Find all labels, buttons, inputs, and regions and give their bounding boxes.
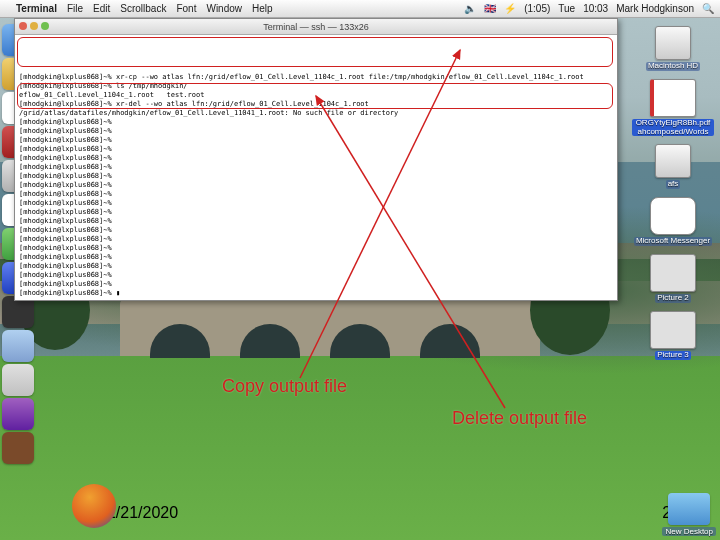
terminal-line: [mhodgkin@lxplus068]~% (19, 208, 613, 217)
terminal-line: [mhodgkin@lxplus068]~% xr-del --wo atlas… (19, 100, 613, 109)
battery-label: (1:05) (524, 3, 550, 14)
pdf-icon (650, 79, 696, 117)
terminal-line: [mhodgkin@lxplus068]~% (19, 163, 613, 172)
desktop-icon-label: Macintosh HD (646, 62, 700, 71)
menu-window[interactable]: Window (206, 3, 242, 14)
desktop-icon-label: ORGYtyElgR8Bh.pdf ahcomposed/Words (632, 119, 714, 137)
terminal-line: [mhodgkin@lxplus068]~% xr-cp --wo atlas … (19, 73, 613, 82)
terminal-line: [mhodgkin@lxplus068]~% (19, 172, 613, 181)
terminal-line: [mhodgkin@lxplus068]~% (19, 271, 613, 280)
messenger-icon (650, 197, 696, 235)
desktop-picture-icon[interactable]: Picture 3 (632, 311, 714, 360)
terminal-line: [mhodgkin@lxplus068]~% ls /tmp/mhodgkin/ (19, 82, 613, 91)
menu-scrollback[interactable]: Scrollback (120, 3, 166, 14)
wallpaper-bridge (120, 300, 540, 356)
terminal-line: [mhodgkin@lxplus068]~% (19, 136, 613, 145)
close-icon[interactable] (19, 22, 27, 30)
firefox-icon[interactable] (72, 484, 116, 528)
terminal-line: [mhodgkin@lxplus068]~% (19, 190, 613, 199)
terminal-line: [mhodgkin@lxplus068]~% (19, 226, 613, 235)
new-desktop-button[interactable]: New Desktop (662, 493, 716, 536)
terminal-line: [mhodgkin@lxplus068]~% (19, 253, 613, 262)
terminal-line: [mhodgkin@lxplus068]~% (19, 262, 613, 271)
clock-time[interactable]: 10:03 (583, 3, 608, 14)
desktop-hd-icon[interactable]: Macintosh HD (632, 26, 714, 71)
annotation-label-delete: Delete output file (452, 408, 587, 429)
terminal-line: [mhodgkin@lxplus068]~% (19, 244, 613, 253)
window-titlebar[interactable]: Terminal — ssh — 133x26 (15, 19, 617, 35)
image-icon (650, 254, 696, 292)
desktop-icon-label: Microsoft Messenger (634, 237, 712, 246)
user-menu[interactable]: Mark Hodgkinson (616, 3, 694, 14)
terminal-line: [mhodgkin@lxplus068]~% (19, 235, 613, 244)
desktop-pdf-icon[interactable]: ORGYtyElgR8Bh.pdf ahcomposed/Words (632, 79, 714, 137)
window-title: Terminal — ssh — 133x26 (263, 22, 369, 32)
app-menu[interactable]: Terminal (16, 3, 57, 14)
dock-app-icon[interactable] (2, 330, 34, 362)
desktop-icon-label: afs (666, 180, 681, 189)
menu-file[interactable]: File (67, 3, 83, 14)
minimize-icon[interactable] (30, 22, 38, 30)
terminal-line: [mhodgkin@lxplus068]~% (19, 127, 613, 136)
menu-edit[interactable]: Edit (93, 3, 110, 14)
dock-app-icon[interactable] (2, 398, 34, 430)
desktop-icon-label: Picture 3 (655, 351, 691, 360)
dock-app-icon[interactable] (2, 364, 34, 396)
terminal-line: [mhodgkin@lxplus068]~% ▮ (19, 289, 613, 298)
volume-icon[interactable]: 🔈 (464, 3, 476, 14)
terminal-content[interactable]: [mhodgkin@lxplus068]~% xr-cp --wo atlas … (15, 35, 617, 300)
annotation-label-copy: Copy output file (222, 376, 347, 397)
new-desktop-icon (668, 493, 710, 525)
terminal-line: [mhodgkin@lxplus068]~% (19, 118, 613, 127)
annotation-box (17, 37, 613, 67)
terminal-line: [mhodgkin@lxplus068]~% (19, 181, 613, 190)
terminal-line: [mhodgkin@lxplus068]~% (19, 145, 613, 154)
terminal-line: [mhodgkin@lxplus068]~% (19, 154, 613, 163)
menu-bar[interactable]: Terminal File Edit Scrollback Font Windo… (0, 0, 720, 18)
dock-trash-icon[interactable] (2, 432, 34, 464)
terminal-line: eflow_01_Cell.Level_1104c_1.root test.ro… (19, 91, 613, 100)
terminal-line: /grid/atlas/datafiles/mhodgkin/eflow_01_… (19, 109, 613, 118)
terminal-line: [mhodgkin@lxplus068]~% (19, 217, 613, 226)
desktop-msn-icon[interactable]: Microsoft Messenger (632, 197, 714, 246)
image-icon (650, 311, 696, 349)
new-desktop-label: New Desktop (662, 527, 716, 536)
menu-font[interactable]: Font (176, 3, 196, 14)
terminal-window[interactable]: Terminal — ssh — 133x26 [mhodgkin@lxplus… (14, 18, 618, 301)
hd-icon (655, 26, 691, 60)
input-flag-icon[interactable]: 🇬🇧 (484, 3, 496, 14)
terminal-line: [mhodgkin@lxplus068]~% (19, 280, 613, 289)
battery-icon[interactable]: ⚡ (504, 3, 516, 14)
desktop-icon-label: Picture 2 (655, 294, 691, 303)
menu-help[interactable]: Help (252, 3, 273, 14)
clock-day[interactable]: Tue (558, 3, 575, 14)
spotlight-icon[interactable]: 🔍 (702, 3, 714, 14)
desktop-icons: Macintosh HD ORGYtyElgR8Bh.pdf ahcompose… (632, 26, 714, 360)
terminal-line: [mhodgkin@lxplus068]~% (19, 199, 613, 208)
desktop-volume-icon[interactable]: afs (632, 144, 714, 189)
volume-icon (655, 144, 691, 178)
desktop-picture-icon[interactable]: Picture 2 (632, 254, 714, 303)
zoom-icon[interactable] (41, 22, 49, 30)
